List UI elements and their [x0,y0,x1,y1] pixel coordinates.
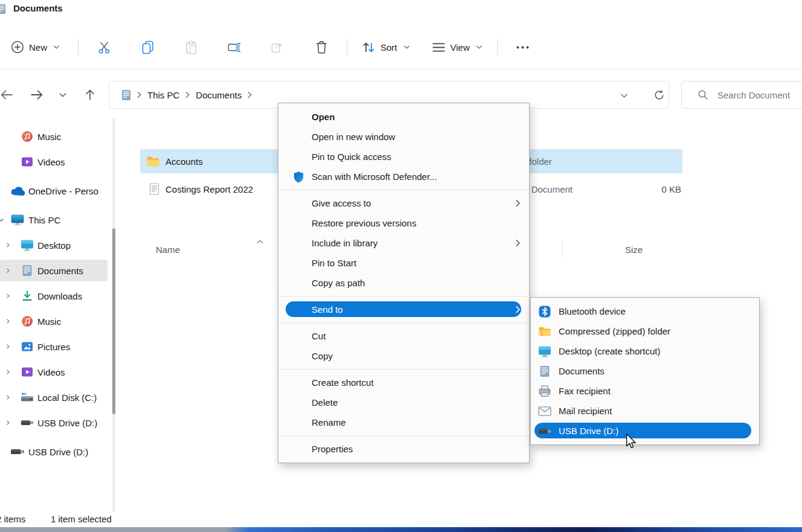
sidebar-item-usb-drive-d[interactable]: USB Drive (D:) [0,412,107,434]
menu-item-label: Include in library [312,238,377,248]
sidebar-item-onedrive-perso[interactable]: OneDrive - Perso [0,180,107,202]
sidebar-item-label: Downloads [37,291,82,301]
share-button[interactable] [265,35,291,59]
rename-button[interactable] [221,35,248,59]
sidebar-item-pictures[interactable]: Pictures [0,336,107,357]
chevron-right-icon[interactable] [247,91,252,98]
sidebar-item-label: Videos [37,367,65,377]
chevron-right-icon[interactable] [5,394,21,401]
cut-button[interactable] [91,35,117,59]
sidebar-item-local-disk-c[interactable]: Local Disk (C:) [0,386,107,408]
more-button[interactable] [510,35,536,59]
submenu-item-fax-recipient[interactable]: Fax recipient [531,381,759,401]
chevron-right-icon[interactable] [5,419,21,426]
chevron-right-icon[interactable] [185,91,190,98]
menu-item-rename[interactable]: Rename [278,412,529,432]
chevron-right-icon[interactable] [5,368,21,376]
refresh-icon[interactable] [653,89,665,101]
menu-item-label: Delete [312,397,338,408]
chevron-right-icon[interactable] [136,91,142,98]
view-label: View [451,42,470,53]
chevron-down-icon [53,45,60,50]
submenu-item-desktop-create-shortcut[interactable]: Desktop (create shortcut) [531,341,759,361]
context-menu: OpenOpen in new windowPin to Quick acces… [278,103,530,463]
chevron-right-icon[interactable] [5,318,21,325]
chevron-right-icon[interactable] [5,242,21,249]
menu-item-create-shortcut[interactable]: Create shortcut [278,373,529,393]
menu-item-open[interactable]: Open [278,107,529,127]
search-box[interactable] [681,81,802,109]
toolbar-divider [0,69,802,69]
submenu-item-documents[interactable]: Documents [531,361,759,381]
sidebar-item-music[interactable]: Music [0,126,107,147]
window-title: Documents [13,3,63,13]
menu-item-label: Send to [312,304,343,315]
sidebar-item-documents[interactable]: Documents [0,260,107,281]
menu-item-copy-as-path[interactable]: Copy as path [278,273,529,293]
sidebar-item-videos[interactable]: Videos [0,151,107,173]
chevron-down-icon[interactable] [0,216,10,223]
menu-separator [279,369,528,370]
documents-icon [538,365,551,377]
back-button[interactable] [0,89,13,101]
desktop-icon [538,345,551,357]
menu-item-label: Create shortcut [312,377,374,388]
menu-item-restore-previous-versions[interactable]: Restore previous versions [278,213,529,233]
address-dropdown-icon[interactable] [620,93,628,98]
chevron-right-icon[interactable] [5,267,21,274]
menu-item-cut[interactable]: Cut [278,326,529,346]
menu-item-label: Give access to [312,198,371,208]
sidebar-item-desktop[interactable]: Desktop [0,234,107,256]
delete-button[interactable] [308,35,335,59]
menu-item-scan-with-microsoft-defender[interactable]: Scan with Microsoft Defender... [278,167,529,187]
pictures-icon [21,341,37,353]
menu-item-pin-to-start[interactable]: Pin to Start [278,253,529,273]
sort-button[interactable]: Sort [356,35,416,59]
new-button[interactable]: New [5,35,66,59]
paste-button[interactable] [178,35,204,59]
sidebar-item-usb-drive-d[interactable]: USB Drive (D:) [0,441,107,463]
sidebar-item-videos[interactable]: Videos [0,361,107,383]
sidebar-item-label: Desktop [37,240,71,251]
chevron-spacer [0,187,10,194]
downloads-icon [21,290,37,302]
menu-item-properties[interactable]: Properties [278,439,529,459]
ellipsis-icon [516,40,530,54]
menu-item-send-to[interactable]: Send to [278,300,529,319]
forward-button[interactable] [30,89,43,101]
sidebar-item-music[interactable]: Music [0,310,107,332]
view-button[interactable]: View [426,35,489,59]
menu-item-label: Pin to Start [312,258,356,268]
sidebar-item-downloads[interactable]: Downloads [0,285,107,307]
menu-item-copy[interactable]: Copy [278,346,529,366]
column-header-name[interactable]: Name [156,245,180,255]
menu-item-include-in-library[interactable]: Include in library [278,233,529,253]
submenu-item-usb-drive-d[interactable]: USB Drive (D:) [531,421,759,441]
up-button[interactable] [83,89,97,101]
breadcrumb-this-pc[interactable]: This PC [147,90,179,100]
search-input[interactable] [716,89,791,101]
chevron-right-icon[interactable] [5,343,21,350]
menu-item-pin-to-quick-access[interactable]: Pin to Quick access [278,147,529,167]
menu-item-give-access-to[interactable]: Give access to [278,193,529,213]
chevron-right-icon[interactable] [5,292,21,300]
music-icon [21,315,37,327]
column-header-size[interactable]: Size [625,245,643,255]
copy-button[interactable] [134,35,161,59]
menu-item-open-in-new-window[interactable]: Open in new window [278,127,529,147]
submenu-item-compressed-zipped-folder[interactable]: Compressed (zipped) folder [531,321,759,341]
view-lines-icon [432,40,446,54]
submenu-item-label: USB Drive (D:) [559,426,618,436]
submenu-item-mail-recipient[interactable]: Mail recipient [531,401,759,421]
usb-icon [10,446,28,458]
sidebar-item-label: OneDrive - Perso [28,186,98,196]
submenu-item-bluetooth-device[interactable]: Bluetooth device [531,301,759,321]
sidebar-scrollbar-thumb[interactable] [112,228,115,414]
desktop-icon [21,239,37,251]
breadcrumb-documents[interactable]: Documents [196,90,242,100]
menu-item-delete[interactable]: Delete [278,393,529,412]
sidebar-item-this-pc[interactable]: This PC [0,209,107,231]
column-divider[interactable] [562,240,563,258]
recent-locations-button[interactable] [59,92,67,98]
onedrive-icon [10,185,28,197]
